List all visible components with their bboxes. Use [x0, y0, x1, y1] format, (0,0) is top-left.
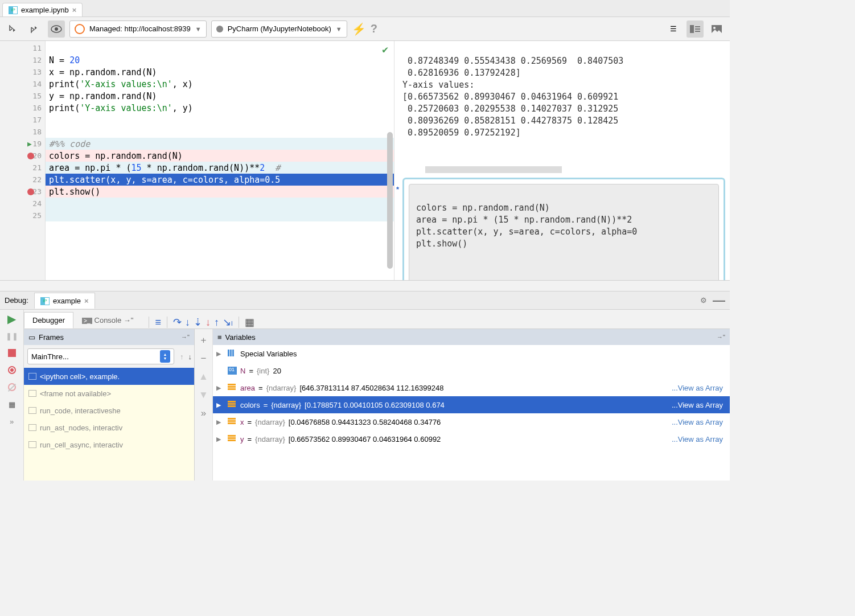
layout-icon[interactable]: ▦ [6, 399, 18, 410]
debug-action-sidebar: ▶ ❚❚ ▦ » [0, 310, 24, 481]
svg-point-1 [55, 27, 58, 31]
remove-watch-icon[interactable]: − [201, 353, 207, 364]
frames-title: Frames [39, 333, 64, 342]
ndarray-icon [228, 435, 237, 443]
debug-session-tab[interactable]: IP example × [34, 293, 95, 309]
line-number: 25 [0, 210, 45, 221]
jupyter-file-icon: IP [40, 297, 50, 305]
frame-item[interactable]: run_cell_async, interactiv [24, 436, 194, 453]
editor-split: 11 12 13 14 15 16 17 18 ▶19 20 21 22 23 … [0, 41, 730, 280]
more-icon[interactable]: » [201, 408, 206, 419]
horizontal-scrollbar[interactable] [425, 166, 562, 173]
view-as-array-link[interactable]: ...View as Array [672, 384, 726, 392]
run-cell-icon[interactable]: ▶ [27, 139, 32, 148]
line-number: 23 [0, 186, 45, 198]
pin-icon[interactable]: →" [717, 334, 725, 340]
var-row[interactable]: ▶y = {ndarray} [0.66573562 0.89930467 0.… [213, 430, 730, 447]
var-row[interactable]: ▶colors = {ndarray} [0.1788571 0.0041010… [213, 396, 730, 413]
breakpoint-icon[interactable] [27, 153, 34, 159]
running-cell-preview: * colors = np.random.rand(N)area = np.pi… [402, 178, 725, 280]
var-row[interactable]: ▶area = {ndarray} [646.37813114 87.45028… [213, 379, 730, 396]
preview-toggle-icon[interactable] [48, 20, 65, 38]
output-preview-panel[interactable]: 0.87248349 0.55543438 0.2569569 0.840750… [394, 41, 730, 280]
notebook-toolbar: Managed: http://localhost:8939 ▼ PyCharm… [0, 17, 730, 41]
tab-console[interactable]: >_Console →" [73, 312, 142, 328]
view-split-icon[interactable] [687, 20, 704, 38]
pause-icon[interactable]: ❚❚ [6, 330, 18, 342]
mute-breakpoints-icon[interactable] [6, 381, 18, 393]
step-into-my-code-icon[interactable]: ⇣ [194, 316, 202, 328]
frame-item[interactable]: run_code, interactiveshe [24, 402, 194, 419]
show-execution-point-icon[interactable]: ≡ [155, 317, 161, 328]
frame-item[interactable]: <frame not available> [24, 385, 194, 402]
frame-up-icon[interactable]: ↑ [178, 352, 186, 361]
file-tab[interactable]: IP example.ipynb × [2, 3, 83, 17]
code-editor[interactable]: ✔ N = 20 x = np.random.rand(N) print('X-… [46, 41, 394, 280]
kernel-selector[interactable]: PyCharm (MyJupyterNotebook) ▼ [211, 20, 347, 38]
step-over-icon[interactable]: ↷ [173, 316, 182, 328]
close-icon[interactable]: × [84, 297, 89, 305]
variables-list[interactable]: ▶Special Variables 01N = {int} 20 ▶area … [213, 345, 730, 481]
step-out-icon[interactable]: ↑ [214, 317, 219, 328]
help-icon[interactable]: ? [371, 22, 377, 35]
frame-down-icon[interactable]: ↓ [186, 352, 195, 361]
expand-icon[interactable]: ▶ [216, 384, 224, 392]
tab-debugger[interactable]: Debugger [24, 312, 73, 328]
expand-icon[interactable]: ▶ [216, 418, 224, 426]
variable-actions-sidebar: + − ▲ ▼ » [195, 329, 213, 481]
line-number: 12 [0, 54, 45, 66]
split-divider[interactable] [0, 280, 730, 291]
frame-item[interactable]: run_ast_nodes, interactiv [24, 419, 194, 436]
line-number: 17 [0, 114, 45, 126]
step-into-icon[interactable]: ↓ [185, 317, 190, 328]
bolt-icon[interactable]: ⚡ [352, 22, 366, 36]
expand-icon[interactable]: ▶ [216, 436, 224, 443]
svg-rect-3 [695, 26, 700, 27]
server-selector[interactable]: Managed: http://localhost:8939 ▼ [69, 20, 207, 38]
view-as-array-link[interactable]: ...View as Array [672, 435, 726, 443]
add-watch-icon[interactable]: + [201, 335, 207, 346]
jupyter-file-icon: IP [9, 6, 18, 14]
run-to-cursor-icon[interactable]: ↘I [223, 316, 233, 328]
expand-icon[interactable]: ▶ [216, 401, 224, 409]
minimize-icon[interactable]: — [713, 293, 725, 308]
resume-icon[interactable]: ▶ [6, 313, 18, 325]
pin-icon[interactable]: →" [181, 334, 190, 340]
var-row[interactable]: ▶x = {ndarray} [0.04676858 0.94431323 0.… [213, 413, 730, 430]
var-row[interactable]: 01N = {int} 20 [213, 362, 730, 379]
frames-header: ▭ Frames →" [24, 329, 194, 345]
check-icon: ✔ [382, 43, 388, 55]
stepper-icon[interactable]: ▲▼ [160, 350, 170, 363]
frames-panel: ▭ Frames →" MainThre... ▲▼ ↑ ↓ <ipython … [24, 329, 195, 481]
down-icon[interactable]: ▼ [199, 389, 208, 401]
view-as-array-link[interactable]: ...View as Array [672, 401, 726, 409]
view-list-icon[interactable]: ☰ [665, 20, 682, 38]
expand-icon[interactable]: ▶ [216, 350, 224, 358]
var-row[interactable]: ▶Special Variables [213, 345, 730, 362]
gutter[interactable]: 11 12 13 14 15 16 17 18 ▶19 20 21 22 23 … [0, 41, 46, 280]
vertical-scrollbar[interactable] [387, 132, 393, 269]
run-cell-below-icon[interactable] [5, 20, 22, 38]
breakpoint-icon[interactable] [27, 188, 34, 195]
view-breakpoints-icon[interactable] [6, 364, 18, 376]
chevron-down-icon: ▼ [336, 26, 342, 32]
frame-item[interactable]: <ipython cell>, example. [24, 368, 194, 385]
frames-list[interactable]: <ipython cell>, example. <frame not avai… [24, 368, 194, 481]
thread-label: MainThre... [31, 352, 69, 361]
line-number: 21 [0, 162, 45, 174]
stop-icon[interactable] [6, 347, 18, 359]
close-icon[interactable]: × [72, 6, 77, 14]
up-icon[interactable]: ▲ [199, 371, 208, 383]
run-cell-above-icon[interactable] [26, 20, 43, 38]
variables-title: Variables [225, 333, 256, 342]
evaluate-expression-icon[interactable]: ▦ [245, 316, 254, 328]
server-label: Managed: http://localhost:8939 [89, 24, 191, 33]
view-as-array-link[interactable]: ...View as Array [672, 418, 726, 426]
force-step-into-icon[interactable]: ↓ [205, 317, 211, 328]
svg-rect-2 [690, 25, 694, 33]
file-tab-label: example.ipynb [21, 6, 69, 14]
gear-icon[interactable]: ⚙ [700, 296, 707, 305]
more-icon[interactable]: » [6, 416, 18, 427]
thread-selector[interactable]: MainThre... ▲▼ [27, 348, 174, 364]
view-image-icon[interactable] [708, 20, 725, 38]
